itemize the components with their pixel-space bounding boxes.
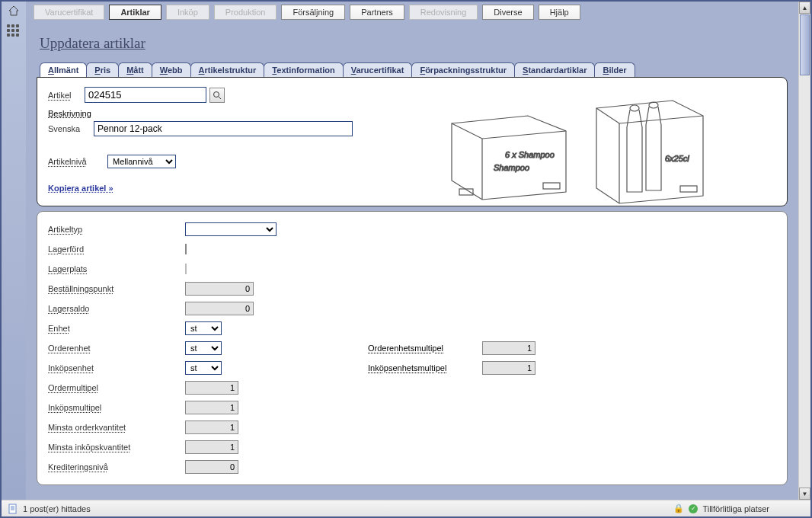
topnav-hjälp[interactable]: Hjälp [539, 5, 580, 20]
scroll-up-icon[interactable]: ▲ [799, 2, 810, 14]
topnav-produktion: Produktion [214, 5, 277, 20]
lagersaldo-label: Lagersaldo [48, 304, 185, 313]
svenska-label: Svenska [48, 124, 94, 133]
lagerford-checkbox[interactable] [185, 244, 187, 254]
svg-rect-10 [9, 504, 16, 513]
search-button[interactable] [209, 88, 225, 103]
page-title: Uppdatera artiklar [40, 35, 798, 52]
inkopsmultipel-label: Inköpsmultipel [48, 403, 185, 412]
status-trusted: Tillförlitliga platser [702, 504, 769, 513]
inkopsenhetsmultipel-input[interactable] [482, 361, 535, 375]
lagerplats-label: Lagerplats [48, 264, 185, 273]
bestallningspunkt-input[interactable] [185, 282, 254, 296]
inkopsmultipel-input[interactable] [185, 401, 238, 414]
svg-point-7 [649, 102, 658, 108]
inkopsenhetsmultipel-label: Inköpsenhetsmultipel [368, 363, 482, 373]
orderenhet-label: Orderenhet [48, 344, 185, 353]
bestallningspunkt-label: Beställningspunkt [48, 284, 185, 293]
lock-icon: 🔒 [673, 504, 684, 513]
illustration: 6 x Shampoo Shampoo [436, 85, 756, 207]
status-bar: 1 post(er) hittades 🔒 ✓ Tillförlitliga p… [2, 500, 810, 516]
artikelniva-select[interactable]: Mellannivå [107, 155, 176, 168]
svg-line-1 [219, 97, 221, 99]
subtab-varucertifikat[interactable]: Varucertifikat [343, 62, 413, 77]
general-panel: Artikel Beskrivning Svenska Artikelnivå … [37, 77, 788, 206]
main-panel: VarucertifikatArtiklarInköpProduktionFör… [26, 2, 798, 500]
subtab-mått[interactable]: Mått [118, 62, 152, 77]
top-nav: VarucertifikatArtiklarInköpProduktionFör… [26, 2, 798, 24]
minsta-orderkvantitet-label: Minsta orderkvantitet [48, 423, 185, 432]
window: VarucertifikatArtiklarInköpProduktionFör… [0, 0, 812, 518]
details-panel: Artikeltyp Lagerförd Lagerplats Beställn… [37, 211, 788, 485]
subtab-allmänt[interactable]: Allmänt [40, 62, 87, 77]
krediteringsniva-label: Krediteringsnivå [48, 462, 185, 472]
svg-text:Shampoo: Shampoo [494, 163, 529, 172]
left-toolbar [2, 2, 26, 500]
kopiera-link[interactable]: Kopiera artikel » [48, 184, 113, 193]
search-icon [213, 91, 222, 100]
orderenhetsmultipel-input[interactable] [482, 341, 535, 355]
svg-point-6 [630, 105, 639, 111]
apps-icon[interactable] [7, 24, 21, 35]
subtab-förpackningsstruktur[interactable]: Förpackningsstruktur [411, 62, 515, 77]
scrollbar[interactable]: ▲ ▼ [798, 2, 810, 500]
subtab-row: AllmäntPrisMåttWebbArtikelstrukturTextin… [40, 62, 798, 77]
scroll-down-icon[interactable]: ▼ [799, 488, 810, 500]
topnav-varucertifikat: Varucertifikat [34, 5, 104, 20]
artikel-label: Artikel [48, 91, 85, 100]
minsta-inkopskvantitet-input[interactable] [185, 440, 238, 454]
subtab-artikelstruktur[interactable]: Artikelstruktur [190, 62, 265, 77]
svg-rect-9 [680, 186, 697, 192]
topnav-inköp: Inköp [166, 5, 209, 20]
subtab-webb[interactable]: Webb [152, 62, 191, 77]
ordermultipel-input[interactable] [185, 381, 238, 395]
inkopsenhet-select[interactable]: st [185, 361, 222, 375]
svg-text:6x25cl: 6x25cl [665, 154, 689, 163]
minsta-orderkvantitet-input[interactable] [185, 420, 238, 434]
krediteringsniva-input[interactable] [185, 460, 238, 474]
lagerplats-field [185, 264, 187, 274]
subtab-textinformation[interactable]: Textinformation [264, 62, 343, 77]
svenska-input[interactable] [94, 121, 353, 136]
svg-point-0 [214, 91, 219, 97]
inkopsenhet-label: Inköpsenhet [48, 363, 185, 373]
orderenhet-select[interactable]: st [185, 341, 222, 355]
artikeltyp-label: Artikeltyp [48, 225, 185, 234]
enhet-label: Enhet [48, 324, 185, 333]
ordermultipel-label: Ordermultipel [48, 383, 185, 392]
enhet-select[interactable]: st [185, 321, 222, 335]
subtab-pris[interactable]: Pris [86, 62, 119, 77]
artikeltyp-select[interactable] [185, 222, 277, 236]
home-icon[interactable] [8, 5, 20, 18]
page-icon [8, 504, 18, 514]
shield-icon: ✓ [689, 504, 698, 513]
content-area: VarucertifikatArtiklarInköpProduktionFör… [2, 2, 810, 500]
svg-rect-5 [543, 183, 560, 189]
subtab-standardartiklar[interactable]: Standardartiklar [514, 62, 595, 77]
lagerford-label: Lagerförd [48, 245, 185, 254]
artikelniva-label: Artikelnivå [48, 157, 107, 166]
subtab-bilder[interactable]: Bilder [594, 62, 635, 77]
scroll-thumb[interactable] [800, 14, 810, 75]
status-posts: 1 post(er) hittades [23, 504, 91, 513]
topnav-försäljning[interactable]: Försäljning [281, 5, 345, 20]
topnav-diverse[interactable]: Diverse [482, 5, 533, 20]
artikel-input[interactable] [85, 87, 206, 103]
topnav-artiklar[interactable]: Artiklar [109, 5, 161, 20]
orderenhetsmultipel-label: Orderenhetsmultipel [368, 344, 482, 353]
topnav-partners[interactable]: Partners [350, 5, 404, 20]
topnav-redovisning: Redovisning [409, 5, 478, 20]
lagersaldo-input[interactable] [185, 302, 254, 315]
svg-text:6 x Shampoo: 6 x Shampoo [505, 150, 555, 159]
minsta-inkopskvantitet-label: Minsta inköpskvantitet [48, 443, 185, 452]
